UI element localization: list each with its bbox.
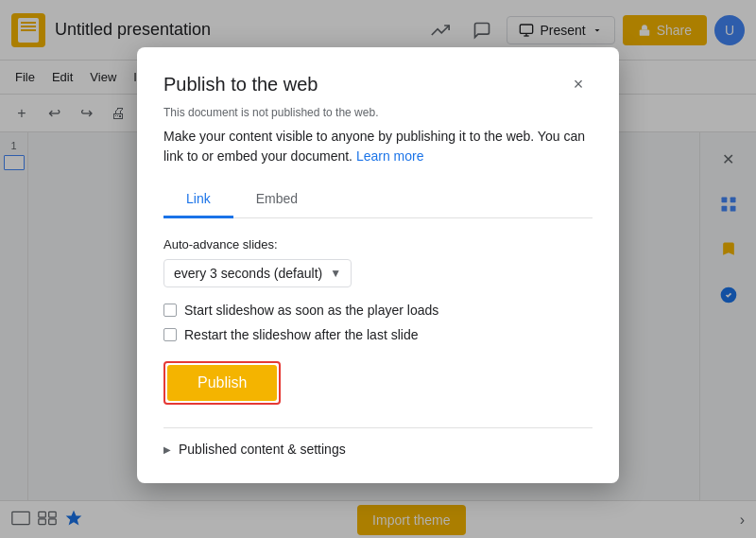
publish-button-wrapper: Publish (163, 361, 281, 405)
published-settings-label: Published content & settings (179, 442, 346, 457)
triangle-icon: ▶ (163, 444, 171, 455)
publish-modal: Publish to the web × This document is no… (137, 47, 619, 483)
tab-embed[interactable]: Embed (233, 182, 320, 218)
modal-tabs: Link Embed (163, 182, 593, 218)
modal-title: Publish to the web (163, 74, 318, 95)
checkbox-start-slideshow: Start slideshow as soon as the player lo… (163, 303, 593, 318)
auto-advance-label: Auto-advance slides: (163, 237, 593, 252)
modal-close-button[interactable]: × (564, 70, 593, 98)
auto-advance-value: every 3 seconds (default) (174, 266, 322, 281)
modal-description: Make your content visible to anyone by p… (163, 127, 593, 166)
checkbox-start-input[interactable] (163, 304, 177, 317)
auto-advance-select[interactable]: every 3 seconds (default) ▼ (163, 259, 352, 287)
modal-divider: ▶ Published content & settings (163, 427, 593, 457)
checkbox-restart-slideshow: Restart the slideshow after the last sli… (163, 327, 593, 342)
checkbox-start-label: Start slideshow as soon as the player lo… (184, 303, 438, 318)
modal-subtitle: This document is not published to the we… (163, 106, 593, 119)
modal-header: Publish to the web × (163, 70, 593, 98)
publish-button[interactable]: Publish (167, 365, 277, 401)
checkbox-restart-label: Restart the slideshow after the last sli… (184, 327, 418, 342)
learn-more-link[interactable]: Learn more (356, 148, 424, 164)
checkbox-restart-input[interactable] (163, 328, 177, 341)
select-arrow-icon: ▼ (330, 267, 341, 280)
published-settings-toggle[interactable]: ▶ Published content & settings (163, 442, 593, 457)
tab-link[interactable]: Link (163, 182, 233, 218)
